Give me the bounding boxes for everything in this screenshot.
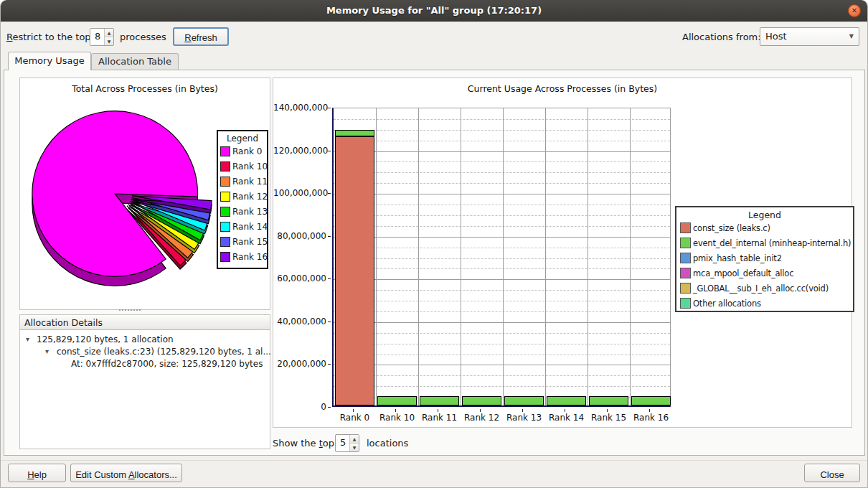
locations-spinbox-value[interactable]: 5 (336, 435, 349, 451)
tab-memory-usage[interactable]: Memory Usage (8, 52, 91, 70)
legend-item: Rank 0 (218, 144, 267, 159)
processes-spinbox-value[interactable]: 8 (90, 29, 104, 45)
edit-custom-allocators-button[interactable]: Edit Custom Allocators... (70, 464, 182, 482)
gridline (503, 108, 504, 405)
bar-segment (377, 396, 417, 405)
locations-spinbox[interactable]: 5 ▲ ▼ (335, 434, 359, 452)
tree-row[interactable]: ▾ 125,829,120 bytes, 1 allocation (26, 334, 273, 346)
legend-label: mca_mpool_default_alloc (693, 268, 793, 278)
legend-label: Rank 16 (232, 252, 268, 262)
gridline (334, 237, 670, 238)
y-axis-tick (328, 108, 331, 108)
legend-swatch (680, 222, 691, 233)
memory-usage-tab-content: Total Across Processes (in Bytes) Legend… (4, 70, 865, 456)
splitter-handle[interactable] (119, 309, 141, 311)
processes-spinbox[interactable]: 8 ▲ ▼ (90, 28, 114, 46)
gridline (334, 183, 670, 184)
x-axis-label: Rank 10 (376, 413, 418, 423)
gridline (334, 344, 670, 344)
x-axis-tick (565, 409, 565, 412)
legend-label: Rank 0 (232, 146, 262, 156)
allocation-details-panel: Allocation Details ▾ 125,829,120 bytes, … (19, 314, 270, 449)
pie-legend-title: Legend (218, 133, 267, 144)
expander-icon[interactable]: ▾ (45, 347, 49, 355)
gridline (334, 279, 670, 280)
legend-swatch (680, 268, 691, 278)
legend-label: Rank 14 (232, 222, 268, 232)
legend-item: const_size (leaks.c) (676, 220, 853, 235)
x-axis-tick (438, 409, 438, 412)
gridline (334, 322, 670, 323)
legend-swatch (220, 237, 230, 247)
locations-label: locations (367, 438, 408, 449)
allocations-from-dropdown[interactable]: Host ▼ (760, 27, 859, 46)
bar-segment (589, 396, 628, 405)
legend-label: Rank 11 (232, 177, 268, 187)
x-axis-label: Rank 0 (334, 413, 376, 423)
show-top-controls: Show the top 5 ▲ ▼ locations (273, 433, 560, 453)
gridline (334, 130, 670, 131)
y-axis-tick (328, 236, 331, 237)
gridline (334, 311, 670, 312)
gridline (334, 355, 670, 355)
tree-row[interactable]: At: 0x7fffd2c87000, size: 125,829,120 by… (26, 359, 273, 370)
help-button[interactable]: Help (8, 464, 66, 482)
gridline (334, 365, 670, 365)
gridline (630, 108, 631, 405)
tab-allocation-table[interactable]: Allocation Table (91, 53, 179, 70)
refresh-button[interactable]: Refresh (173, 27, 229, 46)
gridline (334, 161, 670, 162)
spin-down-icon[interactable]: ▼ (105, 37, 113, 45)
close-button[interactable]: Close (804, 464, 860, 482)
spin-up-icon[interactable]: ▲ (350, 435, 359, 444)
legend-item: mca_mpool_default_alloc (676, 266, 853, 281)
legend-item: Rank 13 (218, 204, 267, 219)
expander-icon[interactable]: ▾ (26, 335, 29, 343)
legend-label: pmix_hash_table_init2 (693, 253, 782, 263)
tree-row[interactable]: ▾ const_size (leaks.c:23) (125,829,120 b… (26, 347, 273, 358)
x-axis-tick (649, 409, 650, 412)
legend-swatch (220, 207, 230, 217)
spin-down-icon[interactable]: ▼ (350, 444, 359, 451)
legend-item: _GLOBAL__sub_I_eh_alloc.cc(void) (676, 281, 853, 296)
gridline (334, 375, 670, 376)
x-axis-label: Rank 12 (461, 413, 503, 423)
y-axis-label: 140,000,000 (273, 103, 326, 113)
legend-item: pmix_hash_table_init2 (676, 250, 853, 266)
bar-chart-legend: Legend const_size (leaks.c)event_del_int… (675, 206, 854, 312)
gridline (334, 248, 670, 248)
x-axis-label: Rank 14 (545, 413, 588, 423)
y-axis-label: 40,000,000 (273, 316, 326, 327)
y-axis-tick (328, 278, 331, 279)
x-axis-label: Rank 16 (630, 413, 672, 423)
y-axis-tick (328, 193, 331, 194)
legend-label: Rank 10 (232, 161, 268, 172)
spin-up-icon[interactable]: ▲ (105, 29, 113, 37)
legend-item: Rank 12 (218, 189, 267, 204)
legend-swatch (220, 146, 230, 156)
legend-swatch (220, 161, 230, 172)
show-top-label: Show the top (273, 438, 334, 449)
restrict-label: Restrict to the top (6, 32, 91, 42)
legend-swatch (680, 298, 691, 309)
x-axis-tick (522, 409, 523, 412)
gridline (334, 215, 670, 216)
legend-label: const_size (leaks.c) (693, 223, 770, 233)
bar-segment (420, 396, 459, 405)
pie-chart-legend: Legend Rank 0Rank 10Rank 11Rank 12Rank 1… (217, 130, 268, 269)
legend-item: Rank 10 (218, 159, 267, 174)
legend-swatch (220, 252, 230, 262)
y-axis-tick (328, 364, 331, 365)
bar-chart-panel: Current Usage Across Processes (in Bytes… (273, 78, 852, 428)
legend-label: Rank 13 (232, 207, 268, 217)
x-axis-tick (607, 409, 608, 412)
processes-label: processes (120, 32, 166, 42)
gridline (334, 226, 670, 227)
y-axis-label: 80,000,000 (273, 231, 326, 241)
legend-item: Rank 15 (218, 234, 267, 249)
close-icon: ✕ (852, 6, 857, 14)
window-close-button[interactable]: ✕ (848, 4, 861, 17)
gridline (334, 301, 670, 301)
gridline (461, 108, 461, 405)
bar-segment (335, 130, 374, 136)
